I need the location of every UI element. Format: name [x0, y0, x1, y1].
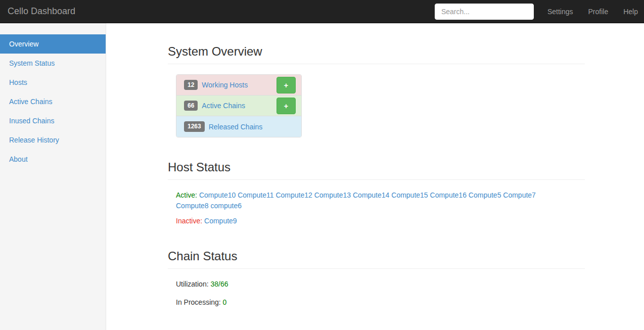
working-hosts-count-badge: 12	[184, 80, 198, 90]
sidebar-item-hosts[interactable]: Hosts	[0, 73, 106, 92]
sidebar: Overview System Status Hosts Active Chai…	[0, 23, 106, 330]
host-status-section: Active: Compute10 Compute11 Compute12 Co…	[168, 190, 585, 226]
host-link[interactable]: Compute5	[469, 191, 501, 199]
released-chains-link[interactable]: Released Chains	[209, 123, 263, 131]
brand-title[interactable]: Cello Dashboard	[0, 6, 83, 17]
released-chains-count-badge: 1263	[184, 121, 205, 131]
plus-icon: +	[284, 81, 289, 89]
sidebar-item-overview[interactable]: Overview	[0, 34, 106, 54]
sidebar-item-active-chains[interactable]: Active Chains	[0, 92, 106, 111]
host-link[interactable]: Compute10	[199, 191, 236, 199]
system-overview-section: 12 Working Hosts + 66 Active Chains + 12…	[168, 74, 585, 137]
stat-row-working-hosts: 12 Working Hosts +	[176, 75, 301, 96]
active-chains-count-badge: 66	[184, 101, 198, 111]
nav-link-profile[interactable]: Profile	[581, 8, 616, 16]
host-link[interactable]: Compute11	[238, 191, 273, 199]
active-hosts-line: Active: Compute10 Compute11 Compute12 Co…	[176, 190, 545, 211]
stat-row-released-chains: 1263 Released Chains	[176, 116, 301, 137]
sidebar-item-release-history[interactable]: Release History	[0, 130, 106, 150]
search-input[interactable]	[435, 4, 534, 20]
active-hosts-label: Active:	[176, 191, 197, 199]
page-layout: Overview System Status Hosts Active Chai…	[0, 23, 644, 330]
host-link[interactable]: Compute16	[430, 191, 467, 199]
add-working-host-button[interactable]: +	[277, 77, 296, 93]
working-hosts-link[interactable]: Working Hosts	[202, 81, 248, 89]
inactive-hosts-label: Inactive:	[176, 217, 202, 225]
host-link[interactable]: Compute13	[314, 191, 351, 199]
inactive-hosts-line: Inactive: Compute9	[176, 216, 545, 226]
utilization-value: 38/66	[210, 280, 228, 288]
sidebar-item-system-status[interactable]: System Status	[0, 54, 106, 73]
utilization-line: Utilization: 38/66	[176, 279, 585, 289]
in-processing-label: In Processing:	[176, 298, 221, 306]
host-link[interactable]: Compute9	[204, 217, 237, 225]
add-active-chain-button[interactable]: +	[277, 98, 296, 114]
in-processing-line: In Processing: 0	[176, 297, 585, 307]
host-link[interactable]: Compute8	[176, 202, 209, 210]
section-title-system-overview: System Overview	[168, 44, 585, 64]
main-content: System Overview 12 Working Hosts + 66 Ac…	[106, 23, 644, 330]
nav-link-settings[interactable]: Settings	[540, 8, 581, 16]
in-processing-value: 0	[223, 298, 227, 306]
active-chains-link[interactable]: Active Chains	[202, 102, 245, 110]
utilization-label: Utilization:	[176, 280, 209, 288]
nav-link-help[interactable]: Help	[616, 8, 644, 16]
sidebar-item-about[interactable]: About	[0, 150, 106, 169]
host-link[interactable]: Compute14	[353, 191, 389, 199]
host-link[interactable]: Compute15	[391, 191, 428, 199]
section-title-chain-status: Chain Status	[168, 249, 585, 269]
host-link[interactable]: Compute12	[275, 191, 312, 199]
chain-status-section: Utilization: 38/66 In Processing: 0	[168, 279, 585, 307]
top-navbar: Cello Dashboard Settings Profile Help	[0, 0, 644, 23]
navbar-links: Settings Profile Help	[540, 8, 644, 16]
section-title-host-status: Host Status	[168, 160, 585, 180]
host-link[interactable]: Compute7	[503, 191, 536, 199]
sidebar-item-inused-chains[interactable]: Inused Chains	[0, 111, 106, 130]
plus-icon: +	[284, 102, 289, 110]
host-link[interactable]: compute6	[210, 202, 241, 210]
stat-row-active-chains: 66 Active Chains +	[176, 96, 301, 116]
stats-panel: 12 Working Hosts + 66 Active Chains + 12…	[176, 74, 302, 137]
